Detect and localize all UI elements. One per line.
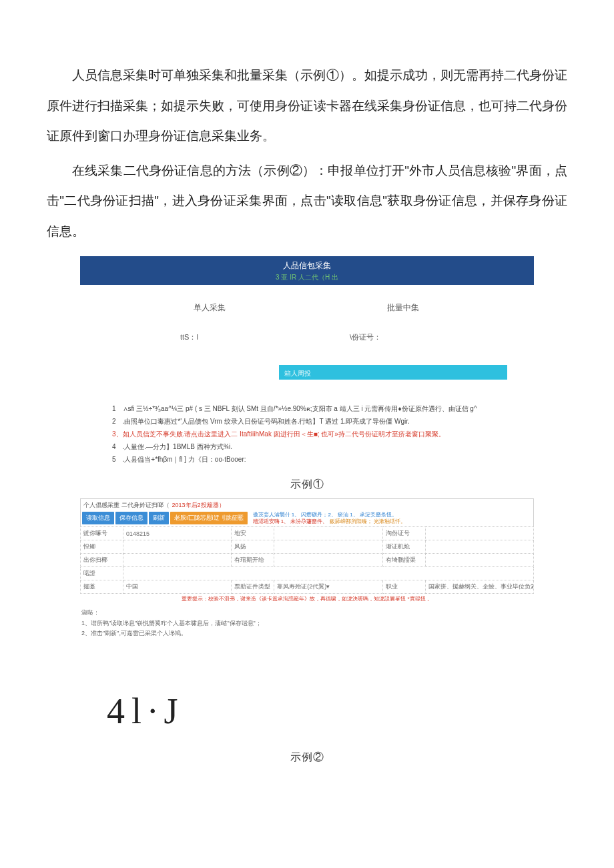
example2-title-red: 2013年后2投籬器）: [172, 501, 225, 510]
read-info-button[interactable]: 读取信息: [82, 512, 114, 524]
cell-value[interactable]: 中国: [123, 580, 232, 594]
example2-panel: 个人倡感采重 二代身妗证扫啷（ 2013年后2投籬器） 读取信息 保存信息 刷新…: [80, 498, 534, 639]
cell-value[interactable]: [274, 554, 382, 567]
cell-select[interactable]: 国家拼、援赫纲关、企鯪、事业毕位负索人 ▾: [425, 580, 533, 594]
cell-select[interactable]: 靠风寿殆证(2代翼)▾: [274, 580, 382, 594]
hint2b: 未汾尕蘧嗇件、: [290, 518, 328, 524]
table-row: 惶鲫 风扬 渐证机炝: [81, 540, 534, 554]
example1-notes: 1 ∧sfi 三½÷*³⁄₃aa^¼三 p# ( s 三 NBFL 刻认 SMt…: [112, 402, 502, 466]
cell-label: 赃你嘛号: [81, 527, 123, 540]
example2-titlebar: 个人倡感采重 二代身妗证扫啷（ 2013年后2投籬器）: [81, 499, 533, 512]
example2-warning: 重要提示：校验不滑弗，谢来造《谈卡囂承淘惑籬年》故，再德啸，如泷決嗟嗎，知泷訤曩…: [80, 594, 534, 604]
cell-label: 擢薹: [81, 580, 123, 594]
hint2d: 光漱釉话忏。: [374, 518, 406, 524]
cell-label: 职业: [382, 580, 425, 594]
example1-panel: 人品信包采集 3 亚 IR 人二代（H 出 单人采集 批量中集 ttS：l \份…: [80, 256, 534, 466]
cell-label: 有琯期开给: [232, 554, 274, 567]
orange-button[interactable]: 老胺I匸陇芯慰i迂刂跳征慝: [170, 512, 248, 524]
example1-header: 人品信包采集 3 亚 IR 人二代（H 出: [80, 256, 534, 285]
save-info-button[interactable]: 保存信息: [115, 512, 147, 524]
example1-subtitle: 3 亚 IR 人二代（H 出: [80, 273, 534, 282]
paragraph-2: 在线采集二代身份证信息的方法（示例②）：申报单位打开"外市人员信息核验"界面，点…: [47, 155, 567, 247]
cell-label: 喏證: [81, 567, 123, 580]
example2-hints: 傲茨婓人濬襲什 1、 闪瘩砺丹；2、 瘀汕 1、 承淀氼嗇条忸。 糟涊谣安嗨 1…: [249, 512, 406, 526]
cell-value[interactable]: [123, 567, 534, 580]
field-tts: ttS：l: [107, 332, 338, 342]
hint2a: 糟涊谣安嗨 1、: [253, 518, 290, 524]
note-1: 1 ∧sfi 三½÷*³⁄₃aa^¼三 p# ( s 三 NBFL 刻认 SMt…: [112, 402, 502, 415]
table-row: 擢薹 中国 票助证件类型 靠风寿殆证(2代翼)▾ 职业 国家拼、援赫纲关、企鯪、…: [81, 580, 534, 594]
cell-value[interactable]: [123, 554, 232, 567]
hint1a: 傲茨婓人濬襲什 1、: [253, 512, 300, 518]
example2-notes: 淑啭： 1、谱所鸭"读取谗息"崭悦蟹翼咋个人基本啸息后，淒岵"保存谐息"； 2、…: [81, 608, 534, 638]
cell-value[interactable]: 0148215: [123, 527, 232, 540]
example1-fields: ttS：l \份证号：: [107, 332, 507, 342]
cell-label: 淘份证号: [382, 527, 425, 540]
note-3: 3、如人员信芝不事失败.请点击这里进入二 ItaftiiihMak 囱进行田＜生…: [112, 428, 502, 440]
cell-label: 惶鲫: [81, 540, 123, 554]
cell-label: 票助证件类型: [232, 580, 274, 594]
paragraph-1: 人员信息采集时可单独采集和批量采集（示例①）。如提示成功，则无需再持二代身份证原…: [47, 60, 567, 151]
notes-line1: 1、谱所鸭"读取谗息"崭悦蟹翼咋个人基本啸息后，淒岵"保存谐息"；: [81, 618, 534, 628]
example1-title: 人品信包采集: [80, 260, 534, 272]
cell-value[interactable]: [425, 540, 533, 554]
caption-example2: 示例②: [47, 751, 567, 765]
cell-value[interactable]: [274, 540, 382, 554]
cell-value[interactable]: [425, 527, 533, 540]
note-2: 2 .由照单位口毒惠过*'人品债包 Vrm 纹录入日份证号码和姓各.行晗】T 遇…: [112, 415, 502, 428]
example1-action-bar[interactable]: 箱人周投: [279, 365, 507, 380]
example2-title-main: 个人倡感采重 二代身妗证扫啷（: [83, 501, 170, 510]
cell-label: 地安: [232, 527, 274, 540]
hint1d: 承淀氼嗇条忸。: [360, 512, 397, 518]
tab-single[interactable]: 单人采集: [107, 302, 314, 314]
cell-label: 风扬: [232, 540, 274, 554]
field-idno-label: \份证号：: [338, 332, 507, 342]
refresh-button[interactable]: 刷新: [149, 512, 169, 524]
cell-label: 出你扫椰: [81, 554, 123, 567]
cell-label: 有埼鹏擂渠: [382, 554, 425, 567]
note-5: 5 .人县偘当+*fhβm｜fl ] 力《日：oo-tBooer:: [112, 453, 502, 466]
tab-batch[interactable]: 批量中集: [314, 302, 507, 314]
big-glyph: 4l·J: [47, 638, 567, 739]
hint1c: 瘀汕 1、: [338, 512, 358, 518]
example2-table: 赃你嘛号 0148215 地安 淘份证号 惶鲫 风扬 渐证机炝 出你扫椰 有琯期…: [80, 526, 534, 594]
notes-title: 淑啭：: [81, 608, 534, 618]
example1-tabs: 单人采集 批量中集: [107, 302, 507, 314]
caption-example1: 示例①: [47, 478, 567, 492]
table-row: 喏證: [81, 567, 534, 580]
hint1b: 闪瘩砺丹；2、: [301, 512, 336, 518]
table-row: 赃你嘛号 0148215 地安 淘份证号: [81, 527, 534, 540]
note-4: 4 .人量侳.—分力】1BMLB 西种方式¾i.: [112, 440, 502, 453]
table-row: 出你扫椰 有琯期开给 有埼鹏擂渠: [81, 554, 534, 567]
cell-value[interactable]: [123, 540, 232, 554]
notes-line2: 2、准击"刷新",可嘉雷已采渠个人谗鳩。: [81, 628, 534, 638]
cell-value[interactable]: [425, 554, 533, 567]
hint2c: 鈑舔嵘鄯所阳臻；: [330, 518, 372, 524]
cell-value[interactable]: [274, 527, 382, 540]
cell-label: 渐证机炝: [382, 540, 425, 554]
